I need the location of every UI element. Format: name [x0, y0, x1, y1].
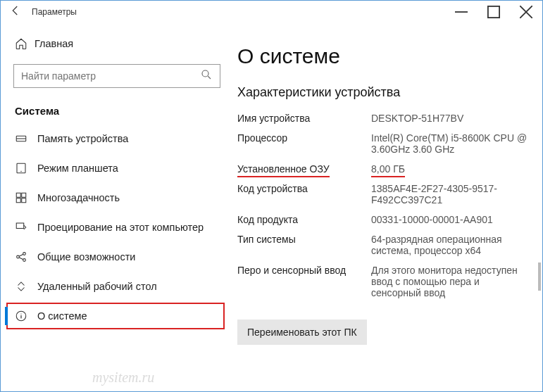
sidebar-item-storage[interactable]: Память устройства [1, 124, 233, 153]
project-icon [15, 221, 37, 234]
titlebar: Параметры [1, 1, 542, 23]
sidebar-item-label: Удаленный рабочий стол [37, 281, 157, 292]
sidebar-item-multitask[interactable]: Многозадачность [1, 183, 233, 213]
remote-icon [15, 280, 37, 293]
spec-ram: Установленное ОЗУ 8,00 ГБ [237, 163, 530, 175]
multitask-icon [15, 191, 37, 204]
sidebar-item-remote[interactable]: Удаленный рабочий стол [1, 272, 233, 301]
section-title: Характеристики устройства [237, 85, 530, 100]
minimize-button[interactable] [445, 1, 478, 23]
page-title: О системе [237, 44, 530, 68]
spec-value: 00331-10000-00001-AA901 [371, 214, 530, 225]
window-title: Параметры [32, 7, 445, 17]
home-label: Главная [35, 38, 73, 49]
main-panel: О системе Характеристики устройства Имя … [233, 23, 542, 391]
svg-point-4 [20, 171, 22, 172]
spec-device-id: Код устройства 1385AF4E-2F27-4305-9517-F… [237, 183, 530, 206]
svg-rect-5 [16, 193, 20, 197]
spec-processor: Процессор Intel(R) Core(TM) i5-8600K CPU… [237, 132, 530, 155]
svg-rect-7 [16, 198, 20, 203]
svg-rect-6 [22, 193, 26, 197]
svg-rect-8 [22, 198, 26, 203]
home-link[interactable]: Главная [1, 30, 233, 57]
sidebar-item-label: Режим планшета [37, 163, 118, 174]
tablet-icon [15, 162, 37, 175]
close-icon [520, 6, 532, 18]
svg-point-11 [23, 253, 26, 255]
spec-system-type: Тип системы 64-разрядная операционная си… [237, 234, 530, 256]
maximize-button[interactable] [478, 1, 510, 23]
spec-key: Перо и сенсорный ввод [237, 265, 371, 298]
info-icon [15, 310, 37, 322]
sidebar-item-projecting[interactable]: Проецирование на этот компьютер [1, 213, 233, 242]
spec-value: 1385AF4E-2F27-4305-9517-F492CC397C21 [371, 183, 530, 206]
spec-value: 8,00 ГБ [371, 163, 530, 175]
svg-rect-0 [488, 6, 499, 18]
spec-product-id: Код продукта 00331-10000-00001-AA901 [237, 214, 530, 225]
sidebar-item-label: О системе [37, 310, 87, 322]
svg-point-12 [23, 259, 26, 262]
sidebar-item-shared[interactable]: Общие возможности [1, 242, 233, 272]
watermark: mysitem.ru [92, 369, 154, 386]
section-header: Система [1, 101, 233, 124]
spec-pen-touch: Перо и сенсорный ввод Для этого монитора… [237, 265, 530, 298]
maximize-icon [487, 6, 500, 18]
storage-icon [15, 132, 37, 145]
svg-point-1 [202, 70, 208, 77]
sidebar-item-label: Общие возможности [37, 251, 135, 263]
close-button[interactable] [510, 1, 542, 23]
rename-pc-button[interactable]: Переименовать этот ПК [237, 320, 367, 345]
spec-value: Intel(R) Core(TM) i5-8600K CPU @ 3.60GHz… [371, 132, 530, 155]
window-controls [445, 1, 542, 23]
sidebar-item-label: Проецирование на этот компьютер [37, 222, 204, 233]
back-button[interactable] [9, 4, 32, 20]
sidebar: Главная Система Память устройства Режим … [1, 23, 233, 391]
spec-key: Имя устройства [237, 113, 371, 124]
search-input[interactable] [21, 70, 200, 82]
minimize-icon [455, 6, 468, 18]
sidebar-item-label: Память устройства [37, 133, 128, 144]
spec-value: Для этого монитора недоступен ввод с пом… [371, 265, 530, 298]
svg-point-10 [17, 255, 20, 258]
spec-device-name: Имя устройства DESKTOP-51H77BV [237, 113, 530, 124]
search-box[interactable] [13, 64, 220, 88]
spec-value: DESKTOP-51H77BV [371, 113, 530, 124]
sidebar-item-about[interactable]: О системе [5, 301, 226, 331]
spec-key: Процессор [237, 132, 371, 155]
spec-key: Код продукта [237, 214, 371, 225]
sidebar-item-label: Многозадачность [37, 192, 120, 203]
svg-rect-9 [16, 223, 24, 229]
spec-key: Установленное ОЗУ [237, 163, 371, 175]
arrow-left-icon [9, 4, 22, 17]
scrollbar-thumb[interactable] [538, 263, 541, 291]
home-icon [15, 37, 35, 50]
search-icon [200, 68, 213, 84]
shared-icon [15, 251, 37, 263]
spec-value: 64-разрядная операционная система, проце… [371, 234, 530, 256]
sidebar-item-tablet[interactable]: Режим планшета [1, 153, 233, 183]
spec-key: Код устройства [237, 183, 371, 206]
spec-key: Тип системы [237, 234, 371, 256]
